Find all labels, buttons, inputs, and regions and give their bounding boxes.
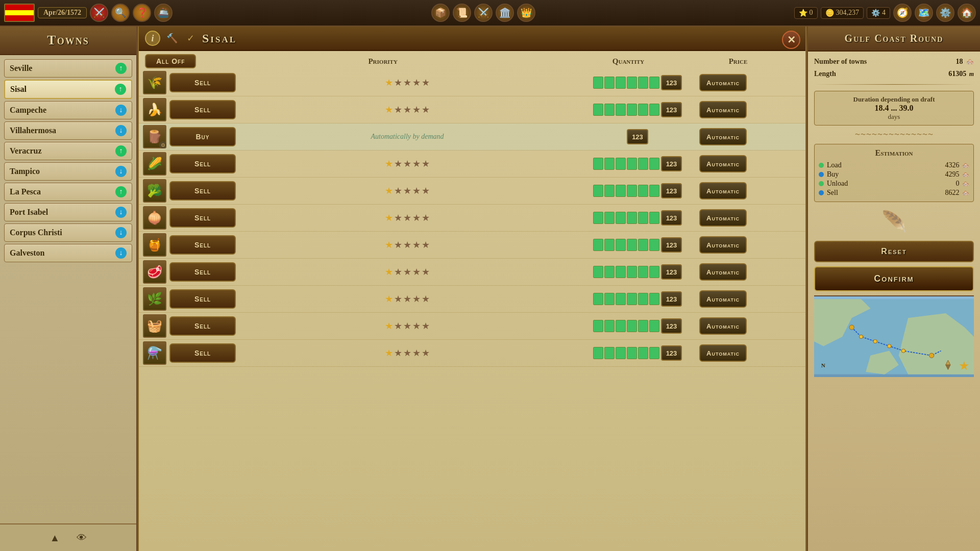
star-2[interactable]: ★ bbox=[394, 347, 402, 359]
sell-button[interactable]: Sell bbox=[169, 262, 236, 282]
town-item-sisal[interactable]: Sisal ↑ bbox=[4, 80, 132, 99]
all-off-button[interactable]: All Off bbox=[145, 54, 196, 68]
star-5[interactable]: ★ bbox=[422, 158, 430, 169]
alert-icon[interactable]: ⚔️ bbox=[90, 4, 108, 22]
buy-button[interactable]: Buy bbox=[169, 127, 236, 146]
automatic-button[interactable]: Automatic bbox=[699, 101, 747, 118]
town-item-lapesca[interactable]: La Pesca ↑ bbox=[4, 183, 132, 201]
star-1[interactable]: ★ bbox=[385, 293, 393, 305]
star-4[interactable]: ★ bbox=[412, 185, 421, 196]
scroll-icon[interactable]: 📜 bbox=[453, 4, 471, 22]
automatic-button[interactable]: Automatic bbox=[699, 182, 747, 199]
star-1[interactable]: ★ bbox=[385, 185, 393, 196]
star-3[interactable]: ★ bbox=[403, 266, 411, 278]
route-icon[interactable]: ▲ bbox=[47, 530, 63, 546]
qty-123-button[interactable]: 123 bbox=[661, 210, 682, 226]
star-5[interactable]: ★ bbox=[422, 266, 430, 278]
sell-button[interactable]: Sell bbox=[169, 73, 236, 92]
sell-button[interactable]: Sell bbox=[169, 208, 236, 228]
qty-123-button[interactable]: 123 bbox=[661, 183, 682, 198]
star-5[interactable]: ★ bbox=[422, 212, 430, 223]
close-button[interactable]: ✕ bbox=[782, 31, 800, 49]
town-item-veracruz[interactable]: Veracruz ↑ bbox=[4, 142, 132, 160]
star-2[interactable]: ★ bbox=[394, 239, 402, 251]
automatic-button[interactable]: Automatic bbox=[699, 317, 747, 335]
star-2[interactable]: ★ bbox=[394, 104, 402, 115]
automatic-button[interactable]: Automatic bbox=[699, 263, 747, 281]
automatic-button[interactable]: Automatic bbox=[699, 236, 747, 254]
sell-button[interactable]: Sell bbox=[169, 343, 236, 363]
qty-123-button[interactable]: 123 bbox=[661, 156, 682, 171]
town-item-corpuschristi[interactable]: Corpus Christi ↓ bbox=[4, 223, 132, 242]
qty-123-button[interactable]: 123 bbox=[661, 291, 682, 307]
star-3[interactable]: ★ bbox=[403, 347, 411, 359]
star-4[interactable]: ★ bbox=[412, 293, 421, 305]
star-4[interactable]: ★ bbox=[412, 347, 421, 359]
info-button[interactable]: i bbox=[145, 31, 160, 46]
home-icon[interactable]: 🏠 bbox=[958, 4, 976, 22]
star-3[interactable]: ★ bbox=[403, 293, 411, 305]
automatic-button[interactable]: Automatic bbox=[699, 128, 747, 145]
star-2[interactable]: ★ bbox=[394, 293, 402, 305]
star-5[interactable]: ★ bbox=[422, 77, 430, 88]
check-icon[interactable]: ✓ bbox=[184, 32, 197, 45]
star-3[interactable]: ★ bbox=[403, 185, 411, 196]
star-5[interactable]: ★ bbox=[422, 347, 430, 359]
reset-button[interactable]: Reset bbox=[814, 241, 974, 262]
star-4[interactable]: ★ bbox=[412, 320, 421, 332]
automatic-button[interactable]: Automatic bbox=[699, 290, 747, 308]
star-1[interactable]: ★ bbox=[385, 212, 393, 223]
search-icon[interactable]: 🔍 bbox=[111, 4, 130, 22]
automatic-button[interactable]: Automatic bbox=[699, 344, 747, 362]
star-5[interactable]: ★ bbox=[422, 185, 430, 196]
star-2[interactable]: ★ bbox=[394, 77, 402, 88]
star-5[interactable]: ★ bbox=[422, 293, 430, 305]
sell-button[interactable]: Sell bbox=[169, 235, 236, 255]
town-item-galveston[interactable]: Galveston ↓ bbox=[4, 244, 132, 262]
sell-button[interactable]: Sell bbox=[169, 154, 236, 173]
star-1[interactable]: ★ bbox=[385, 320, 393, 332]
confirm-button[interactable]: Confirm bbox=[814, 266, 974, 291]
map-icon[interactable]: 🗺️ bbox=[915, 4, 933, 22]
qty-123-button[interactable]: 123 bbox=[661, 318, 682, 334]
star-1[interactable]: ★ bbox=[385, 347, 393, 359]
crown-icon[interactable]: 👑 bbox=[517, 4, 535, 22]
sell-button[interactable]: Sell bbox=[169, 316, 236, 336]
star-3[interactable]: ★ bbox=[403, 212, 411, 223]
automatic-button[interactable]: Automatic bbox=[699, 74, 747, 91]
star-4[interactable]: ★ bbox=[412, 212, 421, 223]
qty-123-button[interactable]: 123 bbox=[661, 75, 682, 90]
qty-123-button[interactable]: 123 bbox=[627, 129, 648, 144]
qty-123-button[interactable]: 123 bbox=[661, 102, 682, 117]
town-item-portisabel[interactable]: Port Isabel ↓ bbox=[4, 203, 132, 221]
town-item-seville[interactable]: Seville ↑ bbox=[4, 59, 132, 78]
automatic-button[interactable]: Automatic bbox=[699, 209, 747, 227]
town-item-tampico[interactable]: Tampico ↓ bbox=[4, 162, 132, 181]
settings-icon[interactable]: ⚙️ bbox=[936, 4, 954, 22]
ship-icon[interactable]: 🚢 bbox=[154, 4, 173, 22]
star-4[interactable]: ★ bbox=[412, 239, 421, 251]
star-5[interactable]: ★ bbox=[422, 320, 430, 332]
qty-123-button[interactable]: 123 bbox=[661, 237, 682, 253]
star-2[interactable]: ★ bbox=[394, 185, 402, 196]
automatic-button[interactable]: Automatic bbox=[699, 155, 747, 172]
star-1[interactable]: ★ bbox=[385, 158, 393, 169]
trade-icon[interactable]: 📦 bbox=[431, 4, 450, 22]
star-1[interactable]: ★ bbox=[385, 104, 393, 115]
sell-button[interactable]: Sell bbox=[169, 181, 236, 201]
town-item-campeche[interactable]: Campeche ↓ bbox=[4, 101, 132, 119]
sell-button[interactable]: Sell bbox=[169, 289, 236, 309]
sell-button[interactable]: Sell bbox=[169, 100, 236, 119]
star-2[interactable]: ★ bbox=[394, 320, 402, 332]
star-2[interactable]: ★ bbox=[394, 158, 402, 169]
star-4[interactable]: ★ bbox=[412, 266, 421, 278]
star-2[interactable]: ★ bbox=[394, 212, 402, 223]
star-3[interactable]: ★ bbox=[403, 104, 411, 115]
town-item-villahermosa[interactable]: Villahermosa ↓ bbox=[4, 121, 132, 140]
quest-icon[interactable]: ❓ bbox=[133, 4, 151, 22]
star-2[interactable]: ★ bbox=[394, 266, 402, 278]
hammer-icon[interactable]: 🔨 bbox=[165, 32, 179, 45]
star-3[interactable]: ★ bbox=[403, 239, 411, 251]
star-3[interactable]: ★ bbox=[403, 77, 411, 88]
star-5[interactable]: ★ bbox=[422, 239, 430, 251]
